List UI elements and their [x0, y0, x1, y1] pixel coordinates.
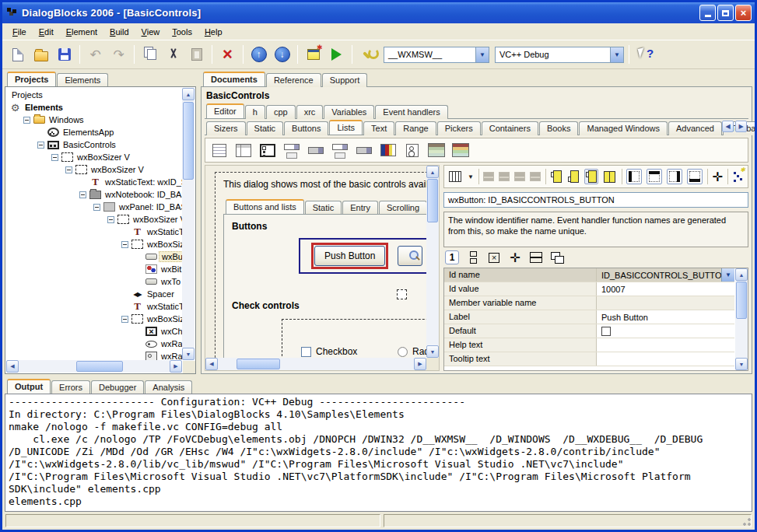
palette-wxcomboctrl-icon[interactable]	[331, 142, 349, 159]
tree-item[interactable]: wxPanel: ID_BASI	[6, 201, 182, 213]
sizer-align-bottom-icon[interactable]	[567, 169, 580, 184]
scrollbar-arrow-icon[interactable]: ▼	[735, 358, 748, 370]
scrollbar-arrow-icon[interactable]: ▲	[182, 88, 195, 100]
property-value[interactable]	[597, 352, 734, 366]
minimize-button[interactable]	[699, 5, 716, 21]
push-button[interactable]: Push Button	[314, 246, 385, 266]
selected-item-field[interactable]: wxButton: ID_BASICCONTROLS_BUTTON	[443, 192, 748, 208]
close-button[interactable]: ×	[735, 5, 752, 21]
tree-item[interactable]: wxBoxSiz	[6, 313, 182, 325]
new-button[interactable]	[7, 44, 28, 65]
tree-item[interactable]: ElementsApp	[6, 126, 182, 138]
scrollbar-thumb[interactable]	[237, 359, 280, 369]
settings-button[interactable]	[357, 44, 378, 65]
save-button[interactable]	[54, 44, 75, 65]
property-row[interactable]: Id nameID_BASICCONTROLS_BUTTON▼	[444, 268, 734, 282]
property-value[interactable]: ID_BASICCONTROLS_BUTTON▼	[597, 268, 734, 282]
designer-tab-buttons-and-lists[interactable]: Buttons and lists	[226, 199, 304, 214]
sizer-expand-icon[interactable]	[603, 169, 617, 184]
tree-expander-icon[interactable]	[107, 216, 114, 223]
tree-item[interactable]: wxBoxSizer V	[6, 151, 182, 163]
designer-tab-entry[interactable]: Entry	[342, 201, 378, 215]
expand-icon[interactable]: ×	[487, 250, 501, 264]
tree-expander-icon[interactable]	[37, 142, 44, 149]
checkbox-icon[interactable]	[601, 327, 611, 336]
border-top-icon[interactable]	[647, 169, 662, 184]
scrollbar-arrow-icon[interactable]: ▼	[182, 348, 195, 360]
event-connections-icon[interactable]	[732, 169, 743, 184]
tab-static[interactable]: Static	[247, 121, 284, 135]
duplicate-icon[interactable]	[550, 250, 564, 264]
tab-editor[interactable]: Editor	[206, 103, 244, 118]
tab-support[interactable]: Support	[322, 73, 368, 87]
context-help-button[interactable]: ?	[634, 44, 661, 65]
menu-tools[interactable]: Tools	[166, 26, 198, 38]
scrollbar-arrow-icon[interactable]: ▶	[414, 358, 426, 370]
tree-item[interactable]: wxBoxSiz	[6, 238, 182, 250]
tree-item[interactable]: wxNotebook: ID_BAS	[6, 188, 182, 201]
tab-containers[interactable]: Containers	[482, 121, 538, 135]
designer-tab-static[interactable]: Static	[305, 201, 342, 215]
tab-lists[interactable]: Lists	[329, 120, 363, 135]
new-window-button[interactable]	[303, 44, 324, 65]
border-left-icon[interactable]	[626, 169, 642, 184]
border-bottom-icon[interactable]	[687, 169, 703, 184]
palette-wxbitmapcombobox-icon[interactable]	[379, 142, 398, 159]
scrollbar-thumb[interactable]	[76, 361, 123, 372]
property-row[interactable]: Id value10007	[444, 282, 734, 296]
cut-button[interactable]	[163, 44, 184, 65]
undo-button[interactable]: ↶	[85, 44, 106, 65]
property-row[interactable]: Member variable name	[444, 296, 734, 310]
maximize-button[interactable]	[717, 5, 734, 21]
tab-scroll-right-icon[interactable]: ▶	[735, 121, 747, 132]
chevron-down-icon[interactable]: ▼	[721, 268, 734, 282]
tree-item[interactable]: Projects	[6, 89, 182, 101]
property-row[interactable]: Default	[444, 324, 734, 338]
move-icon[interactable]: ✛	[508, 250, 522, 264]
align-center-icon[interactable]	[499, 169, 510, 184]
tab-advanced[interactable]: Advanced	[668, 121, 722, 135]
tree-item[interactable]: ◀▶Spacer	[6, 288, 182, 300]
scrollbar-arrow-icon[interactable]: ▲	[426, 166, 439, 178]
tab-analysis[interactable]: Analysis	[145, 380, 192, 394]
tree-expander-icon[interactable]	[65, 166, 72, 173]
property-value[interactable]: 10007	[597, 282, 734, 296]
run-button[interactable]	[326, 44, 347, 65]
layout-grid-menu-icon[interactable]	[449, 169, 461, 184]
redo-button[interactable]: ↷	[108, 44, 129, 65]
tree-item[interactable]: TwxStaticT	[6, 300, 182, 313]
move-up-button[interactable]: ↑	[248, 44, 269, 65]
platform-combo[interactable]: __WXMSW__ ▼	[384, 47, 489, 63]
tab-h[interactable]: h	[245, 105, 265, 119]
tab-cpp[interactable]: cpp	[266, 105, 296, 119]
copy-button[interactable]	[139, 44, 160, 65]
scrollbar-arrow-icon[interactable]: ▲	[735, 268, 748, 281]
align-right-icon[interactable]	[514, 169, 525, 184]
move-icon[interactable]: ✛	[712, 169, 722, 184]
paste-button[interactable]	[186, 44, 207, 65]
bitmap-button[interactable]	[398, 246, 422, 266]
property-value[interactable]	[597, 324, 734, 338]
sizer-align-top-icon[interactable]	[550, 169, 562, 184]
palette-wxradiobox-icon[interactable]	[403, 142, 422, 159]
menu-edit[interactable]: Edit	[33, 26, 59, 38]
align-left-icon[interactable]	[483, 169, 494, 184]
palette-wxcombobox-icon[interactable]	[282, 142, 301, 159]
tab-event-handlers[interactable]: Event handlers	[375, 105, 447, 119]
tab-scroll-left-icon[interactable]: ◀	[722, 121, 734, 132]
checkbox-icon[interactable]	[301, 347, 311, 357]
scrollbar-thumb[interactable]	[183, 102, 194, 180]
tree-item[interactable]: wxBoxSizer V	[6, 213, 182, 226]
config-combo[interactable]: VC++ Debug ▼	[495, 47, 624, 63]
palette-wxownerdrawncombobox-icon[interactable]	[355, 142, 373, 159]
border-right-icon[interactable]	[667, 169, 682, 184]
vertical-scrollbar[interactable]: ▲▼	[182, 88, 195, 360]
tree-item[interactable]: wxRa	[6, 338, 182, 350]
tree-item[interactable]: ×wxCh	[6, 325, 182, 338]
designer-tab-scrolling[interactable]: Scrolling	[379, 201, 427, 215]
tree-expander-icon[interactable]	[51, 154, 58, 161]
scrollbar-arrow-icon[interactable]: ◀	[6, 360, 19, 373]
palette-wxlistbox-icon[interactable]	[210, 142, 229, 159]
tree-expander-icon[interactable]	[79, 191, 86, 198]
tab-documents[interactable]: Documents	[203, 72, 265, 86]
